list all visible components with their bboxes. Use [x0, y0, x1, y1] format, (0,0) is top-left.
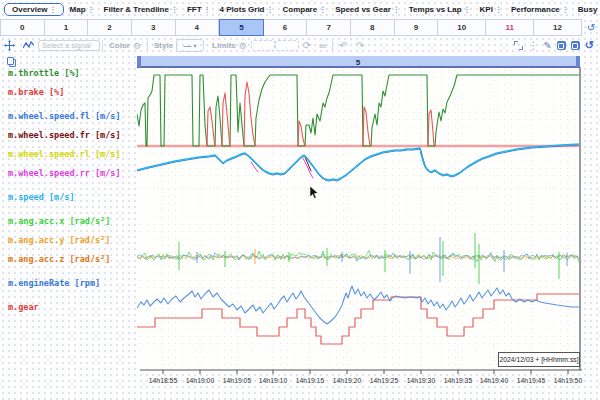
signal-item-m-wheel-speed-fr[interactable]: m.wheel.speed.fr [m/s] — [8, 126, 136, 145]
plot-canvas[interactable]: 514h18:5514h19:0014h19:0514h19:1014h19:1… — [137, 56, 583, 390]
tab-label: FFT — [187, 5, 202, 14]
zoom-tool-glyph — [558, 43, 564, 49]
tab-compare[interactable]: Compare⋮ — [279, 4, 330, 15]
color-button[interactable]: Color ⚙ — [105, 41, 145, 51]
tab-performance[interactable]: Performance⋮ — [507, 4, 572, 15]
signal-item-m-ang-acc-y[interactable]: m.ang.acc.y [rad/s²] — [8, 231, 136, 250]
tab-label: Map — [70, 5, 86, 14]
tab-overview[interactable]: Overview⋮ — [4, 3, 64, 16]
tab-menu-icon[interactable]: ⋮ — [393, 6, 399, 14]
tab-label: Compare — [283, 5, 318, 14]
signal-item-m-brake[interactable]: m.brake [%] — [8, 83, 136, 102]
page-tab-1[interactable]: 1 — [45, 19, 89, 36]
signal-item-m-wheel-speed-rl[interactable]: m.wheel.speed.rl [m/s] — [8, 145, 136, 164]
zoom-tool-button-2[interactable] — [571, 41, 580, 50]
page-tab-3[interactable]: 3 — [132, 19, 176, 36]
redo-icon[interactable]: ↷ — [352, 41, 368, 51]
zoom-tool-button-1[interactable] — [557, 41, 566, 50]
zoom-tool-glyph — [572, 43, 578, 49]
page-tab-10[interactable]: 10 — [438, 19, 486, 36]
style-dropdown[interactable]: — ▾ — [176, 39, 204, 52]
tab-kpi[interactable]: KPI⋮ — [476, 4, 505, 15]
trace-m.speed — [137, 144, 580, 180]
tab-label: Speed vs Gear — [335, 5, 391, 14]
x-tick-label: 14h19:20 — [333, 377, 362, 384]
tab-label: 4 Plots Grid — [220, 5, 265, 14]
tab-menu-icon[interactable]: ⋮ — [171, 6, 177, 14]
tab-temps-vs-lap[interactable]: Temps vs Lap⋮ — [405, 4, 474, 15]
history-icon[interactable]: ↺ — [582, 19, 600, 36]
date-format-label: 2024/12/03 + [HHhmm:ss] — [498, 352, 580, 367]
page-tab-7[interactable]: 7 — [307, 19, 351, 36]
trace-m.brake — [207, 107, 215, 146]
tab-menu-icon[interactable]: ⋮ — [495, 6, 501, 14]
x-tick-label: 14h19:15 — [296, 377, 325, 384]
x-tick-label: 14h19:05 — [223, 377, 252, 384]
signal-trace-button[interactable] — [19, 41, 38, 50]
page-tab-11[interactable]: 11 — [486, 19, 534, 36]
x-tick-label: 14h19:10 — [259, 377, 288, 384]
limit-max-input[interactable] — [275, 40, 299, 51]
tab-menu-icon[interactable]: ⋮ — [464, 6, 470, 14]
tab-menu-icon[interactable]: ⋮ — [562, 6, 568, 14]
style-control[interactable]: Style — ▾ — [150, 39, 208, 52]
reset-view-icon[interactable]: ↺ — [585, 39, 594, 52]
page-tab-6[interactable]: 6 — [264, 19, 308, 36]
fullscreen-icon[interactable] — [514, 41, 523, 50]
x-tick-label: 14h19:30 — [407, 377, 436, 384]
move-icon — [4, 40, 15, 51]
x-tick-label: 14h19:40 — [480, 377, 509, 384]
signal-icon — [23, 41, 34, 50]
tab-menu-icon[interactable]: ⋮ — [319, 6, 325, 14]
tab-fft[interactable]: FFT⋮ — [183, 4, 214, 15]
page-tab-5[interactable]: 5 — [219, 19, 264, 36]
tab-busy[interactable]: Busy⋮ — [574, 4, 600, 15]
limit-min-input[interactable] — [251, 40, 275, 51]
link-icon[interactable]: ∞ — [315, 41, 330, 51]
signal-item-m-ang-acc-x[interactable]: m.ang.acc.x [rad/s²] — [8, 212, 136, 231]
header-handle-right[interactable] — [576, 56, 580, 67]
page-tab-4[interactable]: 4 — [176, 19, 220, 36]
page-tab-8[interactable]: 8 — [351, 19, 395, 36]
limits-control[interactable]: Limits ⚙ — [208, 41, 251, 51]
tab-speed-vs-gear[interactable]: Speed vs Gear⋮ — [331, 4, 403, 15]
signal-item-m-speed[interactable]: m.speed [m/s] — [8, 188, 136, 207]
page-tab-0[interactable]: 0 — [0, 19, 45, 36]
select-signal-input[interactable]: Select a signal — [38, 40, 100, 51]
signal-item-m-ang-acc-z[interactable]: m.ang.acc.z [rad/s²] — [8, 250, 136, 269]
undo-icon[interactable]: ↶ — [335, 41, 351, 51]
signal-item-m-wheel-speed-rr[interactable]: m.wheel.speed.rr [m/s] — [8, 164, 136, 183]
x-tick-label: 14h19:35 — [444, 377, 473, 384]
tab-label: KPI — [480, 5, 493, 14]
toolbar: Select a signal Color ⚙ Style — ▾ Limits… — [0, 36, 600, 55]
pan-move-button[interactable] — [0, 40, 19, 51]
pencil-icon[interactable]: ✎ — [543, 41, 551, 51]
tab-map[interactable]: Map⋮ — [66, 4, 98, 15]
toolbar-divider — [332, 40, 333, 52]
refresh-icon[interactable]: ⟳ — [299, 41, 315, 51]
signal-item-m-throttle[interactable]: m.throttle [%] — [8, 64, 136, 83]
header-handle-left[interactable] — [137, 56, 141, 67]
tab-menu-icon[interactable]: ⋮ — [50, 6, 56, 14]
tab-menu-icon[interactable]: ⋮ — [204, 6, 210, 14]
page-tab-9[interactable]: 9 — [395, 19, 439, 36]
tab-menu-icon[interactable]: ⋮ — [267, 6, 273, 14]
tab-label: Overview — [12, 5, 48, 14]
signal-item-m-gear[interactable]: m.gear — [8, 298, 136, 317]
x-tick-label: 14h18:55 — [149, 377, 178, 384]
page-tab-12[interactable]: 12 — [534, 19, 582, 36]
tab-4-plots-grid[interactable]: 4 Plots Grid⋮ — [216, 4, 277, 15]
tab-filter-trendline[interactable]: Filter & Trendline⋮ — [100, 4, 181, 15]
tab-menu-icon[interactable]: ⋮ — [88, 6, 94, 14]
more-options-icon[interactable]: ⋮ — [528, 41, 538, 51]
tab-label: Performance — [511, 5, 560, 14]
page-tab-2[interactable]: 2 — [88, 19, 132, 36]
signal-item-m-engineRate[interactable]: m.engineRate [rpm] — [8, 274, 136, 293]
tab-label: Filter & Trendline — [104, 5, 169, 14]
plot-area[interactable]: 514h18:5514h19:0014h19:0514h19:1014h19:1… — [137, 56, 583, 390]
tab-label: Temps vs Lap — [409, 5, 462, 14]
trace-m.brake — [428, 110, 434, 146]
signal-item-m-wheel-speed-fl[interactable]: m.wheel.speed.fl [m/s] — [8, 107, 136, 126]
page-number-strip: 0123456789101112↺ — [0, 19, 600, 36]
x-tick-label: 14h19:25 — [370, 377, 399, 384]
